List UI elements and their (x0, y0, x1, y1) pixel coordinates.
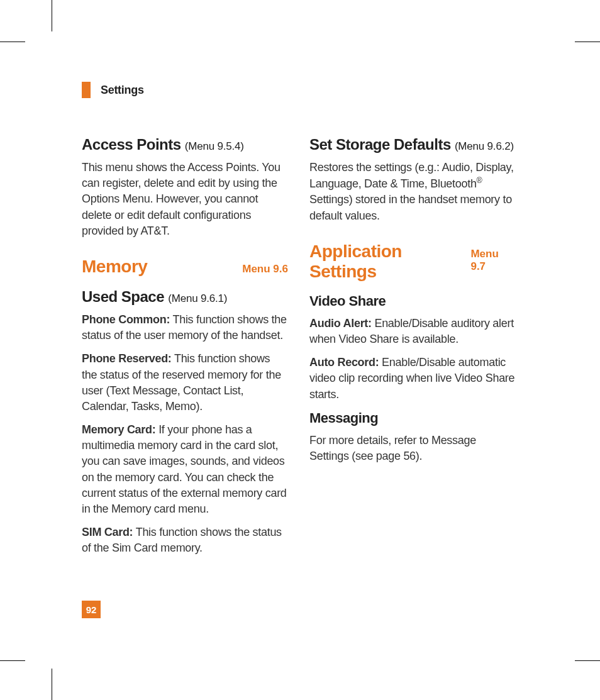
body-post: Settings) stored in the handset memory t… (309, 193, 512, 221)
heading-text: Access Points (82, 136, 181, 153)
body-pre: Restores the settings (e.g.: Audio, Disp… (309, 161, 514, 190)
heading-storage-defaults: Set Storage Defaults (Menu 9.6.2) (309, 136, 516, 153)
item-label: Audio Alert: (309, 317, 372, 330)
menu-ref: (Menu 9.5.4) (185, 140, 244, 152)
content-columns: Access Points (Menu 9.5.4) This menu sho… (82, 136, 516, 564)
crop-mark (575, 660, 600, 661)
heading-messaging: Messaging (309, 410, 516, 426)
item-body: If your phone has a multimedia memory ca… (82, 423, 287, 515)
header-title: Settings (101, 84, 144, 97)
registered-mark: ® (477, 176, 482, 185)
heading-used-space: Used Space (Menu 9.6.1) (82, 288, 288, 306)
section-heading: Application Settings (309, 242, 470, 282)
crop-mark (0, 660, 25, 661)
body-text: Phone Reserved: This function shows the … (82, 351, 288, 414)
crop-mark (0, 42, 25, 42)
body-text: SIM Card: This function shows the status… (82, 525, 288, 556)
body-text: For more details, refer to Message Setti… (309, 433, 516, 464)
body-text: Audio Alert: Enable/Disable auditory ale… (309, 316, 516, 347)
section-menu-ref: Menu 9.7 (470, 248, 516, 273)
heading-video-share: Video Share (309, 293, 516, 309)
page-header: Settings (82, 82, 516, 98)
page-number: 92 (82, 601, 101, 618)
right-column: Set Storage Defaults (Menu 9.6.2) Restor… (309, 136, 516, 564)
body-text: Auto Record: Enable/Disable automatic vi… (309, 355, 516, 403)
heading-text: Used Space (82, 288, 164, 305)
body-text: This menu shows the Access Points. You c… (82, 160, 288, 239)
header-accent-bar (82, 82, 91, 98)
item-label: Memory Card: (82, 423, 155, 436)
left-column: Access Points (Menu 9.5.4) This menu sho… (82, 136, 288, 564)
crop-mark (52, 0, 52, 31)
section-menu-ref: Menu 9.6 (242, 263, 288, 275)
crop-mark (575, 42, 600, 42)
section-row-memory: Memory Menu 9.6 (82, 257, 288, 277)
heading-text: Set Storage Defaults (309, 136, 451, 153)
menu-ref: (Menu 9.6.2) (455, 140, 514, 152)
section-row-app-settings: Application Settings Menu 9.7 (309, 242, 516, 282)
menu-ref: (Menu 9.6.1) (168, 292, 227, 304)
item-label: Phone Reserved: (82, 352, 172, 365)
section-heading: Memory (82, 257, 147, 277)
item-label: Phone Common: (82, 313, 170, 326)
crop-mark (52, 669, 52, 700)
item-label: SIM Card: (82, 526, 133, 538)
item-label: Auto Record: (309, 356, 379, 369)
body-text: Phone Common: This function shows the st… (82, 312, 288, 343)
page-content: Settings Access Points (Menu 9.5.4) This… (82, 82, 516, 564)
body-text: Memory Card: If your phone has a multime… (82, 422, 288, 517)
body-text: Restores the settings (e.g.: Audio, Disp… (309, 160, 516, 224)
heading-access-points: Access Points (Menu 9.5.4) (82, 136, 288, 153)
